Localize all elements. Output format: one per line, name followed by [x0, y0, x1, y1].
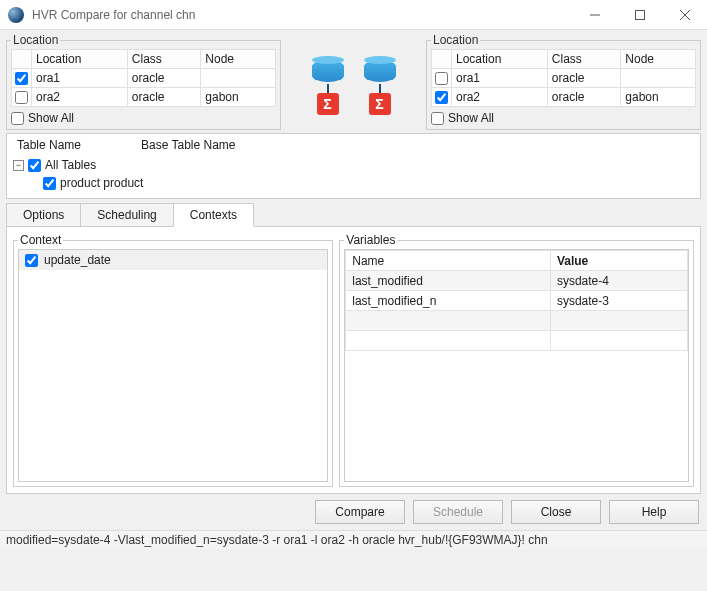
context-item-check[interactable] — [25, 254, 38, 267]
var-col-value[interactable]: Value — [550, 251, 687, 271]
location-left-legend: Location — [11, 33, 60, 47]
status-bar: modified=sysdate-4 -Vlast_modified_n=sys… — [0, 530, 707, 549]
table-row[interactable] — [346, 331, 688, 351]
table-row[interactable]: ora1 oracle — [12, 69, 276, 88]
loc-left-check-ora1[interactable] — [15, 72, 28, 85]
close-button[interactable] — [662, 0, 707, 30]
col-location[interactable]: Location — [32, 50, 128, 69]
table-row[interactable]: ora2 oracle gabon — [12, 88, 276, 107]
col-location[interactable]: Location — [452, 50, 548, 69]
minimize-button[interactable] — [572, 0, 617, 30]
variables-legend: Variables — [344, 233, 397, 247]
window-title: HVR Compare for channel chn — [32, 8, 572, 22]
tree-collapse-icon[interactable]: − — [13, 160, 24, 171]
loc-right-showall-label: Show All — [448, 111, 494, 125]
tree-root[interactable]: − All Tables — [13, 156, 694, 174]
col-node[interactable]: Node — [201, 50, 276, 69]
tab-options[interactable]: Options — [6, 203, 81, 227]
location-right-table: Location Class Node ora1 oracle ora2 ora… — [431, 49, 696, 107]
compare-button[interactable]: Compare — [315, 500, 405, 524]
context-list[interactable]: update_date — [18, 249, 328, 482]
tree-child[interactable]: product product — [13, 174, 694, 192]
db-target-icon: Σ — [364, 60, 396, 115]
tables-header-name: Table Name — [17, 138, 81, 152]
app-icon — [8, 7, 24, 23]
tabstrip: Options Scheduling Contexts — [6, 203, 701, 227]
loc-right-check-ora2[interactable] — [435, 91, 448, 104]
table-row[interactable]: ora1 oracle — [432, 69, 696, 88]
tree-child-label: product product — [60, 176, 143, 190]
loc-left-showall-check[interactable] — [11, 112, 24, 125]
context-item[interactable]: update_date — [19, 250, 327, 270]
db-source-icon: Σ — [312, 60, 344, 115]
context-legend: Context — [18, 233, 63, 247]
variables-table: Name Value last_modified sysdate-4 last_… — [345, 250, 688, 351]
table-row[interactable]: last_modified_n sysdate-3 — [346, 291, 688, 311]
tab-panel-contexts: Context update_date Variables Name Value… — [6, 226, 701, 494]
col-node[interactable]: Node — [621, 50, 696, 69]
loc-left-check-ora2[interactable] — [15, 91, 28, 104]
location-right-legend: Location — [431, 33, 480, 47]
location-left-group: Location Location Class Node ora1 oracle — [6, 33, 281, 130]
table-row[interactable] — [346, 311, 688, 331]
tab-contexts[interactable]: Contexts — [173, 203, 254, 227]
location-left-table: Location Class Node ora1 oracle ora2 ora… — [11, 49, 276, 107]
tab-scheduling[interactable]: Scheduling — [80, 203, 173, 227]
table-row[interactable]: last_modified sysdate-4 — [346, 271, 688, 291]
tables-panel: Table Name Base Table Name − All Tables … — [6, 133, 701, 199]
variables-group: Variables Name Value last_modified sysda… — [339, 233, 694, 487]
button-row: Compare Schedule Close Help — [6, 494, 701, 526]
table-row[interactable]: ora2 oracle gabon — [432, 88, 696, 107]
var-col-name[interactable]: Name — [346, 251, 551, 271]
tree-root-check[interactable] — [28, 159, 41, 172]
location-right-group: Location Location Class Node ora1 oracle — [426, 33, 701, 130]
context-item-label: update_date — [44, 253, 111, 267]
tables-header-base: Base Table Name — [141, 138, 236, 152]
tree-root-label: All Tables — [45, 158, 96, 172]
loc-right-check-ora1[interactable] — [435, 72, 448, 85]
help-button[interactable]: Help — [609, 500, 699, 524]
schedule-button: Schedule — [413, 500, 503, 524]
col-class[interactable]: Class — [547, 50, 620, 69]
col-class[interactable]: Class — [127, 50, 200, 69]
compare-graphic: Σ Σ — [281, 33, 426, 130]
svg-rect-1 — [635, 10, 644, 19]
loc-right-showall-check[interactable] — [431, 112, 444, 125]
context-group: Context update_date — [13, 233, 333, 487]
maximize-button[interactable] — [617, 0, 662, 30]
loc-left-showall-label: Show All — [28, 111, 74, 125]
close-dialog-button[interactable]: Close — [511, 500, 601, 524]
titlebar: HVR Compare for channel chn — [0, 0, 707, 30]
tree-child-check[interactable] — [43, 177, 56, 190]
